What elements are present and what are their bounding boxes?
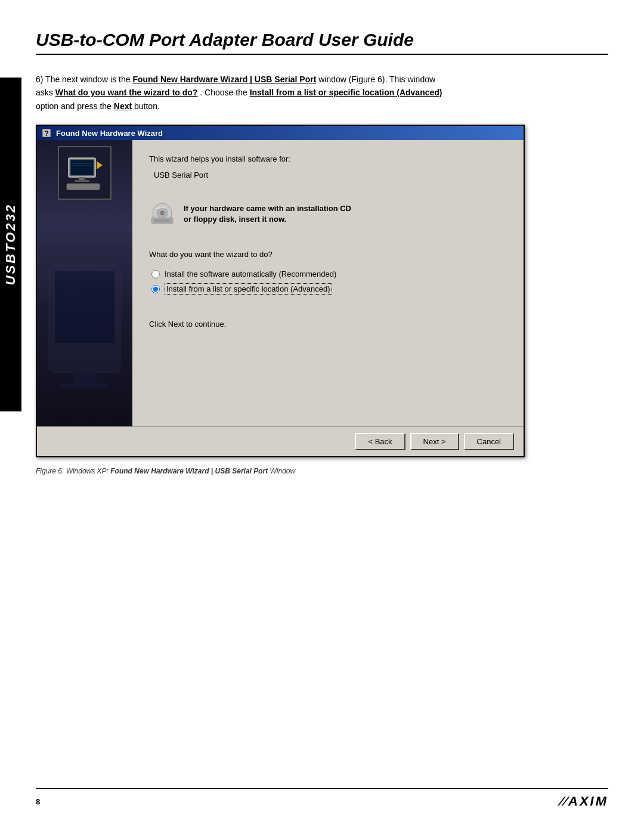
wizard-question: What do you want the wizard to do? — [149, 250, 507, 259]
svg-rect-14 — [61, 383, 109, 388]
radio-auto-input[interactable] — [151, 270, 160, 278]
page-number: 8 — [36, 797, 40, 806]
radio-group: Install the software automatically (Reco… — [151, 270, 507, 295]
wizard-graphic-top — [58, 146, 112, 200]
svg-marker-10 — [97, 161, 103, 169]
cd-warning-text: If your hardware came with an installati… — [184, 203, 351, 225]
side-label: USBTO232 — [0, 78, 21, 411]
window-name-highlight: Found New Hardware Wizard | USB Serial P… — [132, 75, 316, 84]
radio-auto-install[interactable]: Install the software automatically (Reco… — [151, 270, 507, 278]
logo-text: ∕∕AXIM — [561, 794, 608, 809]
radio-advanced-input[interactable] — [151, 285, 160, 293]
found-new-hardware-dialog: ? Found New Hardware Wizard — [36, 125, 525, 457]
wizard-intro-text: This wizard helps you install software f… — [149, 154, 507, 179]
dialog-footer: < Back Next > Cancel — [37, 426, 524, 456]
svg-text:?: ? — [44, 129, 48, 138]
body-text-mid3: option and press the — [36, 101, 114, 111]
wizard-bottom-graphic — [37, 247, 132, 426]
dialog-title: Found New Hardware Wizard — [56, 129, 163, 138]
wizard-titlebar-icon: ? — [42, 128, 51, 138]
svg-rect-13 — [73, 373, 97, 385]
figure-caption: Figure 6. Windows XP: Found New Hardware… — [36, 467, 608, 475]
page-title: USB-to-COM Port Adapter Board User Guide — [36, 30, 608, 55]
svg-rect-9 — [67, 184, 100, 190]
click-next-text: Click Next to continue. — [149, 320, 507, 329]
step-number: 6) — [36, 75, 45, 84]
next-button[interactable]: Next > — [410, 433, 459, 450]
dialog-body: This wizard helps you install software f… — [37, 140, 524, 426]
side-label-text: USBTO232 — [3, 203, 18, 285]
page-content: USB-to-COM Port Adapter Board User Guide… — [36, 0, 608, 511]
svg-rect-8 — [75, 180, 89, 182]
svg-rect-4 — [72, 161, 92, 174]
wizard-right-content: This wizard helps you install software f… — [132, 140, 524, 426]
install-option-ref: Install from a list or specific location… — [250, 88, 442, 97]
maxim-logo: ∕∕AXIM — [561, 794, 608, 809]
caption-suffix: Window — [268, 467, 295, 475]
radio-advanced-install[interactable]: Install from a list or specific location… — [151, 283, 507, 295]
body-text-end: button. — [134, 101, 160, 111]
back-button[interactable]: < Back — [355, 433, 405, 450]
dialog-titlebar: ? Found New Hardware Wizard — [37, 126, 524, 140]
svg-point-19 — [160, 211, 164, 215]
cd-warning-box: If your hardware came with an installati… — [149, 201, 507, 227]
wizard-intro-label: This wizard helps you install software f… — [149, 154, 290, 163]
cd-icon — [149, 201, 175, 227]
svg-rect-21 — [154, 219, 171, 222]
body-paragraph: 6) The next window is the Found New Hard… — [36, 73, 453, 113]
device-name-text: USB Serial Port — [154, 171, 208, 179]
wizard-question-label: What do you want the wizard to do? — [149, 250, 273, 259]
cancel-button[interactable]: Cancel — [464, 433, 514, 450]
radio-auto-label: Install the software automatically (Reco… — [165, 270, 336, 278]
caption-bold: Found New Hardware Wizard | USB Serial P… — [110, 467, 268, 475]
radio-advanced-label: Install from a list or specific location… — [165, 283, 332, 295]
wizard-panel — [37, 140, 132, 426]
wizard-device-name: USB Serial Port — [154, 171, 507, 179]
wizard-question-ref: What do you want the wizard to do? — [55, 88, 198, 97]
page-footer: 8 ∕∕AXIM — [36, 788, 608, 809]
body-text-mid2: . Choose the — [200, 88, 249, 97]
next-ref: Next — [114, 101, 132, 111]
body-text-intro: The next window is the — [45, 75, 132, 84]
click-next-label: Click Next to continue. — [149, 320, 226, 329]
caption-prefix: Figure 6. Windows XP: — [36, 467, 110, 475]
cd-warning-label: If your hardware came with an installati… — [184, 204, 351, 224]
